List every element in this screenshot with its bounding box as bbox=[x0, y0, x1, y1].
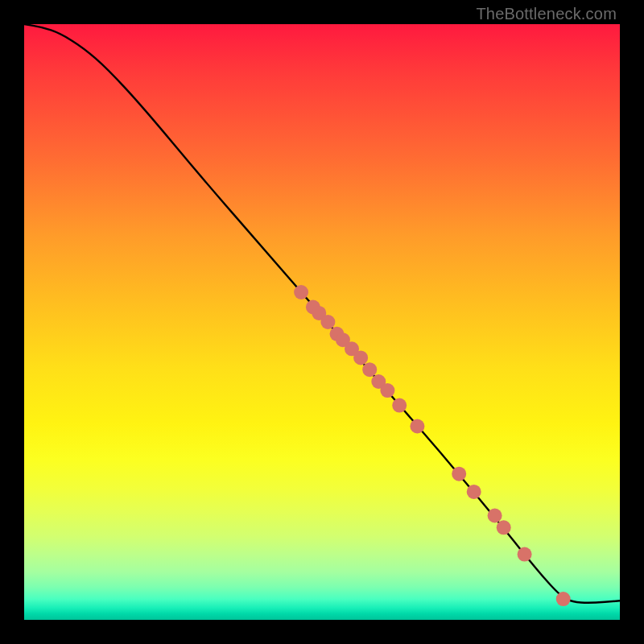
data-point bbox=[452, 467, 466, 481]
plot-area bbox=[24, 24, 620, 620]
data-point bbox=[467, 485, 481, 499]
data-point bbox=[320, 315, 335, 329]
data-point bbox=[497, 520, 511, 535]
chart-stage: TheBottleneck.com bbox=[0, 0, 644, 644]
data-point bbox=[362, 362, 377, 377]
scatter-points bbox=[294, 285, 571, 606]
data-point bbox=[488, 509, 502, 523]
data-point bbox=[556, 592, 571, 606]
data-point bbox=[380, 383, 394, 398]
data-point bbox=[353, 350, 368, 365]
curve-layer bbox=[24, 24, 620, 620]
watermark-text: TheBottleneck.com bbox=[476, 5, 617, 23]
data-point bbox=[518, 547, 532, 562]
data-point bbox=[294, 285, 308, 299]
data-point bbox=[392, 398, 407, 413]
data-point bbox=[410, 419, 424, 434]
